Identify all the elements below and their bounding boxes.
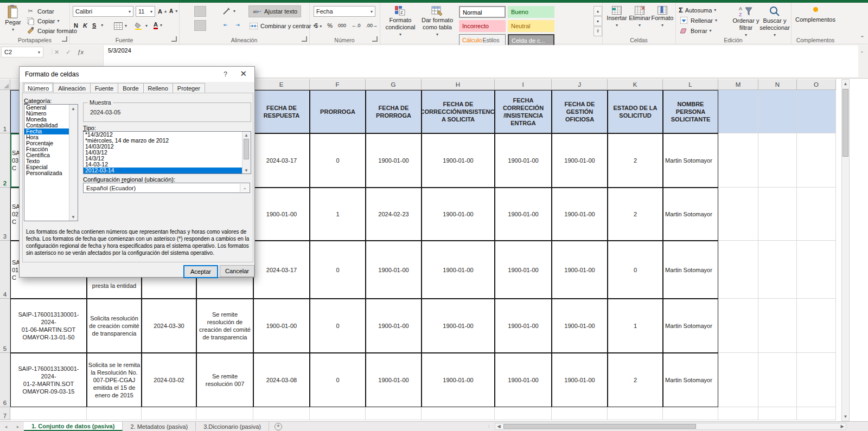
cell-L1[interactable]: NOMBRE PERSONA SOLICITANTE <box>663 90 718 133</box>
borders-button[interactable]: ▾ <box>114 21 127 30</box>
conditional-formatting-button[interactable]: ≠ Formato condicional ▾ <box>382 5 418 36</box>
cell-A5[interactable]: SAIP-1760013130001-2024- 01-06-MARTIN.SO… <box>10 299 87 353</box>
name-box[interactable]: C2 ▾ <box>1 47 43 57</box>
number-format-combo[interactable]: Fecha▾ <box>314 6 375 17</box>
cell-F7[interactable] <box>310 407 366 420</box>
align-center-button[interactable] <box>194 20 206 31</box>
dialog-title-bar[interactable]: Formato de celdas <box>20 67 254 82</box>
horizontal-scroll-thumb[interactable] <box>503 424 696 429</box>
column-header-F[interactable]: F <box>310 79 366 90</box>
cell-I5[interactable]: 1900-01-00 <box>495 299 552 353</box>
column-header-O[interactable]: O <box>797 79 836 90</box>
cell-M4[interactable] <box>718 241 758 299</box>
cell-K2[interactable]: 2 <box>608 133 663 188</box>
align-left-button[interactable] <box>182 20 193 30</box>
cell-N2[interactable] <box>758 133 797 188</box>
locale-dropdown[interactable]: Español (Ecuador) ⌄ <box>83 183 250 193</box>
cell-G2[interactable]: 1900-01-00 <box>366 133 422 188</box>
cell-N3[interactable] <box>758 188 797 241</box>
dialog-help-icon[interactable]: ? <box>224 70 227 78</box>
cell-J1[interactable]: FECHA DE GESTIÓN OFICIOSA <box>552 90 608 133</box>
cell-H1[interactable]: FECHA DE CORRECCIÓN/INSISTENCI A SOLICIT… <box>422 90 495 133</box>
type-item[interactable]: 14/03/12 <box>84 150 251 156</box>
cell-M7[interactable] <box>718 407 758 420</box>
cell-K4[interactable]: 0 <box>608 241 663 299</box>
align-bottom-button[interactable] <box>206 6 217 16</box>
type-item[interactable]: 14/03/2012 <box>84 144 251 150</box>
cell-E1[interactable]: FECHA DE RESPUESTA <box>253 90 310 133</box>
font-size-combo[interactable]: 11▾ <box>136 6 155 17</box>
cell-J4[interactable]: 1900-01-00 <box>552 241 608 299</box>
cell-O4[interactable] <box>797 241 836 299</box>
gallery-down-icon[interactable]: ▼ <box>593 16 602 26</box>
cell-I3[interactable]: 1900-01-00 <box>495 188 552 241</box>
cell-H4[interactable]: 1900-01-00 <box>422 241 495 299</box>
cell-L3[interactable]: Martin Sotomayor <box>663 188 718 241</box>
column-header-J[interactable]: J <box>552 79 608 90</box>
sheet-tab[interactable]: 1. Conjunto de datos (pasiva) <box>24 422 123 431</box>
cell-M3[interactable] <box>718 188 758 241</box>
cell-F3[interactable]: 1 <box>310 188 366 241</box>
cell-F4[interactable]: 0 <box>310 241 366 299</box>
cell-G7[interactable] <box>366 407 422 420</box>
confirm-entry-icon[interactable]: ✓ <box>66 49 71 56</box>
cell-I1[interactable]: FECHA CORRECCIÓN /INSISTENCIA ENTRGA <box>495 90 552 133</box>
cell-style-normal[interactable]: Normal <box>459 6 506 18</box>
column-header-G[interactable]: G <box>366 79 422 90</box>
cancel-entry-icon[interactable]: ✕ <box>54 49 59 56</box>
cell-L2[interactable]: Martin Sotomayor <box>663 133 718 188</box>
insert-function-icon[interactable]: ƒx <box>77 49 84 55</box>
addins-button[interactable]: Complementos <box>794 7 837 34</box>
clear-button[interactable]: Borrar▾ <box>679 26 712 35</box>
cell-J3[interactable]: 1900-01-00 <box>552 188 608 241</box>
gallery-up-icon[interactable]: ▲ <box>593 6 602 16</box>
column-header-E[interactable]: E <box>253 79 310 90</box>
cell-I7[interactable] <box>495 407 552 420</box>
column-header-L[interactable]: L <box>663 79 718 90</box>
cell-B7[interactable] <box>87 407 142 420</box>
cell-G1[interactable]: FECHA DE PRORROGA <box>366 90 422 133</box>
cell-J2[interactable]: 1900-01-00 <box>552 133 608 188</box>
comma-format-button[interactable]: 000 <box>338 23 346 28</box>
type-listbox[interactable]: *14/3/2012*miércoles, 14 de marzo de 201… <box>83 131 251 174</box>
cell-E6[interactable]: 2024-03-08 <box>253 353 310 407</box>
cell-H3[interactable]: 1900-01-00 <box>422 188 495 241</box>
cell-J5[interactable]: 1900-01-00 <box>552 299 608 353</box>
clipboard-dialog-launcher[interactable] <box>62 36 67 42</box>
cell-I4[interactable]: 1900-01-00 <box>495 241 552 299</box>
increase-indent-button[interactable]: ⇥ <box>232 20 243 30</box>
cell-B6[interactable]: Solicita se le remita la Resolución No. … <box>87 353 142 407</box>
cell-J7[interactable] <box>552 407 608 420</box>
align-right-button[interactable] <box>206 20 217 30</box>
cell-style-neutral[interactable]: Neutral <box>508 20 554 32</box>
cell-H5[interactable]: 1900-01-00 <box>422 299 495 353</box>
increase-font-button[interactable]: A▴ <box>158 7 167 16</box>
cell-L4[interactable]: Martin Sotomayor <box>663 241 718 299</box>
delete-cells-button[interactable]: ✕ Eliminar▾ <box>628 6 651 36</box>
cell-O2[interactable] <box>797 133 836 188</box>
select-all-corner[interactable] <box>0 79 10 90</box>
scroll-right-icon[interactable]: ▶ <box>839 423 846 429</box>
cell-C6[interactable]: 2024-03-02 <box>142 353 196 407</box>
sheet-tab[interactable]: 3.Diccionario (pasiva) <box>196 422 269 431</box>
row-header-7[interactable]: 7 <box>0 407 10 420</box>
cell-N6[interactable] <box>758 353 797 407</box>
dialog-tab-relleno[interactable]: Relleno <box>144 83 173 94</box>
cell-style-bueno[interactable]: Bueno <box>508 6 554 18</box>
underline-dropdown-icon[interactable]: ▾ <box>101 23 103 28</box>
decrease-decimal-button[interactable]: .00→ <box>366 23 378 28</box>
scroll-down-icon[interactable]: ▼ <box>842 413 849 421</box>
cell-A7[interactable] <box>10 407 87 420</box>
cell-N5[interactable] <box>758 299 797 353</box>
row-header-5[interactable]: 5 <box>0 299 10 353</box>
fill-button[interactable]: Rellenar▾ <box>679 16 717 25</box>
align-middle-button[interactable] <box>194 6 206 17</box>
cell-O3[interactable] <box>797 188 836 241</box>
cell-E7[interactable] <box>253 407 310 420</box>
cell-D7[interactable] <box>196 407 253 420</box>
cell-J6[interactable]: 1900-01-00 <box>552 353 608 407</box>
cancel-button[interactable]: Cancelar <box>220 265 254 277</box>
number-dialog-launcher[interactable] <box>372 36 378 42</box>
merge-center-button[interactable]: Combinar y centrar ▾ <box>248 21 316 30</box>
cell-N1[interactable] <box>758 90 797 133</box>
